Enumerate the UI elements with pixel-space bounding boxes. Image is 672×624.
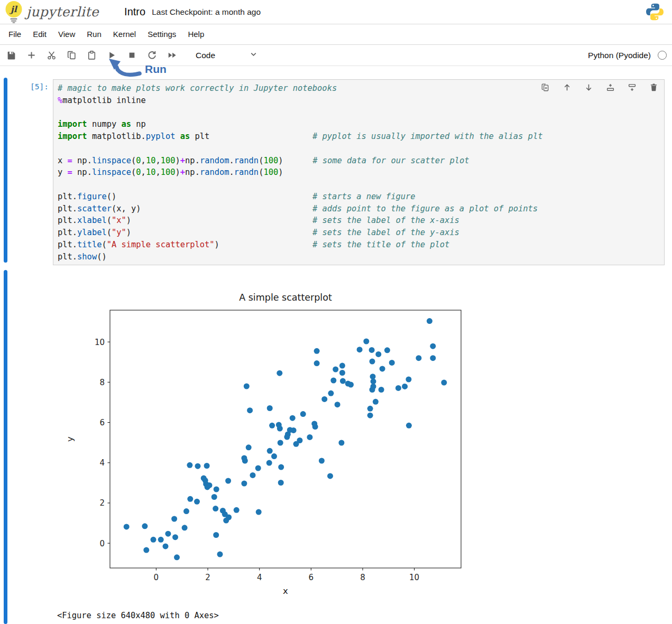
cell-toolbar [536,80,664,95]
y-tick-label: 10 [95,338,105,347]
jupyterlite-bulb-icon: jl [4,0,24,24]
scatter-point [211,494,217,500]
notebook-title[interactable]: Intro [124,6,145,18]
cell-type-dropdown[interactable]: Code [196,50,258,61]
scatter-point [339,363,345,369]
scatter-point [207,482,213,488]
y-tick-label: 6 [99,418,105,427]
scatter-point [367,406,373,412]
code-token: matplotlib. [87,132,146,141]
menu-item-help[interactable]: Help [182,24,210,44]
scatter-point [174,554,180,560]
checkpoint-label: Last Checkpoint: a month ago [152,7,261,17]
scatter-point [339,370,345,376]
paste-icon [87,50,97,60]
run-button[interactable] [102,45,122,66]
scatter-point [182,525,188,530]
scatter-point [430,355,436,361]
scatter-point [171,516,177,522]
y-axis-label: y [65,436,75,442]
scatter-point [213,506,218,511]
move-cell-down-button[interactable] [584,83,593,92]
output-collapser-bar[interactable] [4,270,7,624]
scatter-point [363,339,369,344]
code-token: () [107,192,117,201]
scatter-point [406,377,411,383]
move-cell-down-icon [584,83,593,92]
scatter-point [328,390,334,396]
scatter-point [256,509,262,515]
code-token: = [68,167,72,177]
scatter-plot-figure: 02468100246810A simple scatterplotxy [52,284,470,608]
y-tick-label: 4 [99,458,105,468]
execution-count: [5]: [14,82,49,91]
kernel-area: Python (Pyodide) [588,51,667,60]
code-token: as [121,119,131,129]
scatter-point [321,396,327,402]
move-cell-up-button[interactable] [563,83,572,92]
kernel-status-indicator[interactable] [658,51,667,60]
add-cell-button[interactable] [21,45,41,66]
chart-title: A simple scatterplot [239,292,332,303]
scatter-point [246,444,252,450]
scatter-point [427,318,432,324]
menu-item-edit[interactable]: Edit [27,24,52,44]
code-token: linspace [92,156,131,165]
code-token: . [229,156,234,165]
code-token: np [131,119,146,129]
run-all-button[interactable] [162,45,182,66]
code-token: np. [185,167,200,177]
stop-button[interactable] [122,45,142,66]
jupyterlite-app: jl jupyterlite Intro Last Checkpoint: a … [0,0,672,624]
copy-button[interactable] [61,45,81,66]
menu-item-file[interactable]: File [3,24,27,44]
scatter-point [380,366,385,371]
code-editor[interactable]: # magic to make plots work correctly in … [53,79,665,265]
scatter-point [267,405,273,411]
scatter-point [242,458,248,464]
scatter-point [314,348,320,354]
code-token: import [58,132,87,141]
duplicate-cell-icon [541,83,550,92]
menu-item-view[interactable]: View [52,24,81,44]
scatter-point [297,437,302,443]
save-button[interactable] [1,45,21,66]
code-token: 100 [161,156,176,165]
x-tick-label: 4 [257,573,262,582]
kernel-name[interactable]: Python (Pyodide) [588,51,651,60]
scatter-point [143,547,149,553]
restart-icon [147,50,157,60]
scatter-point [384,347,390,353]
scatter-point [371,384,376,389]
menu-item-run[interactable]: Run [81,24,107,44]
menu-item-kernel[interactable]: Kernel [107,24,142,44]
insert-cell-above-button[interactable] [606,83,615,92]
scatter-point [267,448,273,454]
y-tick-label: 0 [99,539,105,548]
duplicate-cell-button[interactable] [541,83,550,92]
code-token: 100 [161,167,176,177]
scatter-point [314,360,320,366]
scatter-point [371,378,376,384]
code-token: + [180,167,185,177]
delete-cell-button[interactable] [649,83,658,92]
code-token: (x, y) [112,204,141,213]
scatter-point [369,347,375,353]
cut-button[interactable] [41,45,61,66]
scatter-point [335,402,340,407]
scatter-point [225,478,231,484]
code-token: # starts a new figure [312,192,416,201]
code-token: # sets the label of the y-axis [312,228,459,237]
code-token: ( [131,167,136,177]
code-token: ) [215,240,219,249]
scatter-plot-svg: 02468100246810A simple scatterplotxy [52,284,470,608]
code-token: ) [126,216,131,225]
insert-cell-below-button[interactable] [628,83,637,92]
menu-item-settings[interactable]: Settings [142,24,182,44]
input-collapser-bar[interactable] [4,78,7,263]
restart-button[interactable] [142,45,162,66]
paste-button[interactable] [81,45,102,66]
code-token: . [229,167,234,177]
scatter-point [340,378,346,384]
scatter-point [247,407,253,413]
